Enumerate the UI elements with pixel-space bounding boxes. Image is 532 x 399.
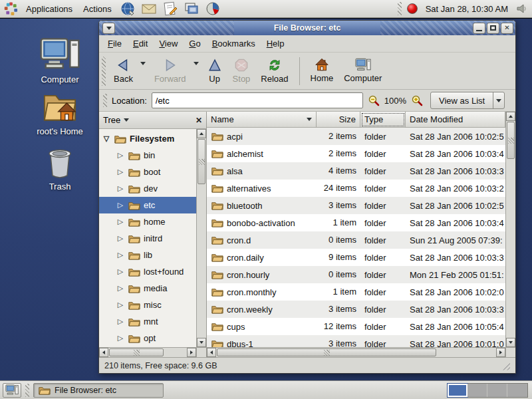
reload-button[interactable]: Reload xyxy=(255,56,293,86)
desktop-icon-home[interactable]: root's Home xyxy=(28,90,92,136)
update-alert-icon[interactable] xyxy=(407,3,418,14)
expander-closed-icon[interactable]: ▷ xyxy=(116,251,124,259)
workspace-4[interactable] xyxy=(507,384,527,397)
scroll-down-button[interactable] xyxy=(197,338,206,347)
location-input[interactable] xyxy=(152,92,363,108)
maximize-button[interactable] xyxy=(487,23,499,34)
tree-item-lib[interactable]: ▷ lib xyxy=(99,247,196,263)
desktop-icon-computer[interactable]: Computer xyxy=(28,37,92,84)
menu-go[interactable]: Go xyxy=(184,37,205,51)
column-header-type[interactable]: Type xyxy=(360,112,406,128)
file-row-bonobo-activation[interactable]: bonobo-activation 1 item folder Sat 28 J… xyxy=(207,214,505,231)
combo-arrow-button[interactable] xyxy=(493,92,504,108)
expander-closed-icon[interactable]: ▷ xyxy=(116,217,124,226)
tree-item-etc[interactable]: ▷ etc xyxy=(99,197,196,213)
workspace-1[interactable] xyxy=(448,384,467,397)
tree-item-boot[interactable]: ▷ boot xyxy=(99,164,196,180)
tree-item-initrd[interactable]: ▷ initrd xyxy=(99,230,196,247)
scroll-up-button[interactable] xyxy=(506,112,515,121)
actions-menu[interactable]: Actions xyxy=(80,3,114,15)
view-mode-combo[interactable]: View as List xyxy=(430,92,505,109)
panel-clock[interactable]: Sat Jan 28, 10:30 AM xyxy=(423,4,511,14)
window-titlebar[interactable]: File Browser: etc ✕ xyxy=(99,21,515,35)
spreadsheet-launcher-icon[interactable] xyxy=(205,1,221,17)
volume-icon[interactable] xyxy=(516,3,528,15)
tree-pane-header[interactable]: Tree ✕ xyxy=(99,112,206,129)
tree-item-misc[interactable]: ▷ misc xyxy=(99,297,196,313)
file-row-cron-monthly[interactable]: cron.monthly 1 item folder Sat 28 Jan 20… xyxy=(207,283,505,301)
scroll-down-button[interactable] xyxy=(506,338,515,347)
scrollbar-thumb[interactable] xyxy=(217,348,436,356)
workspace-switcher[interactable] xyxy=(447,383,528,398)
file-row-cron-daily[interactable]: cron.daily 9 items folder Sat 28 Jan 200… xyxy=(207,249,505,266)
workspace-2[interactable] xyxy=(467,384,487,397)
file-row-alsa[interactable]: alsa 4 items folder Sat 28 Jan 2006 10:0… xyxy=(207,162,505,180)
menu-file[interactable]: File xyxy=(103,37,126,51)
back-dropdown-button[interactable] xyxy=(138,65,148,77)
distro-logo-icon[interactable] xyxy=(4,2,18,16)
back-button[interactable]: Back xyxy=(108,56,138,86)
up-button[interactable]: Up xyxy=(202,56,227,86)
zoom-out-icon[interactable] xyxy=(368,94,380,106)
scrollbar-thumb[interactable] xyxy=(198,139,205,184)
tree-item-bin[interactable]: ▷ bin xyxy=(99,147,196,164)
taskbar-task-file-browser[interactable]: File Browser: etc xyxy=(33,383,164,398)
file-row-cron-hourly[interactable]: cron.hourly 0 items folder Mon 21 Feb 20… xyxy=(207,266,505,283)
applications-menu[interactable]: Applications xyxy=(23,3,75,15)
taskbar-drag-handle[interactable] xyxy=(25,384,29,397)
scroll-up-button[interactable] xyxy=(197,129,206,138)
expander-closed-icon[interactable]: ▷ xyxy=(116,184,124,193)
panel-drag-handle[interactable] xyxy=(398,2,402,15)
column-header-date-modified[interactable]: Date Modified xyxy=(406,112,505,128)
expander-closed-icon[interactable]: ▷ xyxy=(116,267,124,276)
file-row-acpi[interactable]: acpi 2 items folder Sat 28 Jan 2006 10:0… xyxy=(207,128,505,145)
zoom-in-icon[interactable] xyxy=(411,94,423,106)
tree-horizontal-scrollbar[interactable] xyxy=(99,347,196,357)
web-browser-launcher-icon[interactable] xyxy=(120,1,136,17)
scroll-left-button[interactable] xyxy=(207,348,216,357)
tree-item-media[interactable]: ▷ media xyxy=(99,280,196,297)
tree-item-home[interactable]: ▷ home xyxy=(99,213,196,230)
file-row-bluetooth[interactable]: bluetooth 3 items folder Sat 28 Jan 2006… xyxy=(207,197,505,214)
window-menu-button[interactable] xyxy=(102,23,115,34)
expander-closed-icon[interactable]: ▷ xyxy=(116,168,124,176)
expander-closed-icon[interactable]: ▷ xyxy=(116,317,124,326)
expander-closed-icon[interactable]: ▷ xyxy=(116,234,124,243)
menu-view[interactable]: View xyxy=(154,37,182,51)
workspace-3[interactable] xyxy=(487,384,507,397)
expander-open-icon[interactable]: ▽ xyxy=(102,134,110,143)
toolbar-drag-handle[interactable] xyxy=(102,57,106,86)
menu-help[interactable]: Help xyxy=(262,37,289,51)
tree-item-lost-found[interactable]: ▷ lost+found xyxy=(99,263,196,280)
menu-bookmarks[interactable]: Bookmarks xyxy=(207,37,260,51)
scrollbar-thumb[interactable] xyxy=(507,122,515,159)
file-row-cron-weekly[interactable]: cron.weekly 3 items folder Sat 28 Jan 20… xyxy=(207,301,505,318)
scrollbar-thumb[interactable] xyxy=(109,348,164,356)
list-horizontal-scrollbar[interactable] xyxy=(207,347,505,357)
minimize-button[interactable] xyxy=(473,23,485,34)
scroll-right-button[interactable] xyxy=(496,348,505,357)
menu-edit[interactable]: Edit xyxy=(128,37,152,51)
expander-closed-icon[interactable]: ▷ xyxy=(116,301,124,309)
column-header-size[interactable]: Size xyxy=(317,112,360,128)
tree-item-opt[interactable]: ▷ opt xyxy=(99,330,196,346)
file-row-alchemist[interactable]: alchemist 2 items folder Sat 28 Jan 2006… xyxy=(207,145,505,162)
close-button[interactable]: ✕ xyxy=(501,23,513,34)
tree-item-dev[interactable]: ▷ dev xyxy=(99,180,196,197)
scroll-right-button[interactable] xyxy=(187,348,196,357)
computer-button[interactable]: Computer xyxy=(338,56,387,86)
column-header-name[interactable]: Name xyxy=(207,112,317,128)
word-processor-launcher-icon[interactable] xyxy=(162,1,178,17)
presentation-launcher-icon[interactable] xyxy=(184,1,200,17)
locationbar-drag-handle[interactable] xyxy=(103,94,107,107)
expander-closed-icon[interactable]: ▷ xyxy=(116,284,124,293)
show-desktop-button[interactable] xyxy=(3,383,21,398)
tree-vertical-scrollbar[interactable] xyxy=(196,129,206,347)
scroll-left-button[interactable] xyxy=(99,348,108,357)
home-button[interactable]: Home xyxy=(305,56,339,86)
desktop-icon-trash[interactable]: Trash xyxy=(28,148,92,192)
expander-closed-icon[interactable]: ▷ xyxy=(116,151,124,160)
list-vertical-scrollbar[interactable] xyxy=(505,112,515,347)
expander-closed-icon[interactable]: ▷ xyxy=(116,201,124,209)
expander-closed-icon[interactable]: ▷ xyxy=(116,334,124,342)
